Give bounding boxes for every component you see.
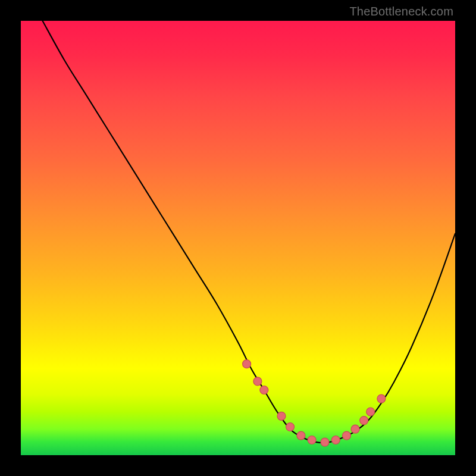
curve-marker <box>377 394 386 403</box>
chart-svg <box>21 21 455 455</box>
curve-marker <box>297 431 305 440</box>
curve-marker <box>253 377 262 386</box>
curve-marker <box>331 436 340 444</box>
plot-area <box>21 21 455 455</box>
bottleneck-curve <box>43 21 456 443</box>
curve-marker <box>351 425 359 433</box>
credit-text: TheBottleneck.com <box>349 5 453 18</box>
curve-markers <box>243 360 386 446</box>
curve-marker <box>243 360 251 368</box>
curve-marker <box>343 431 351 440</box>
curve-marker <box>277 412 286 420</box>
curve-marker <box>308 436 316 444</box>
curve-marker <box>360 416 368 425</box>
chart-stage: TheBottleneck.com <box>0 0 476 476</box>
curve-marker <box>321 438 329 446</box>
curve-marker <box>367 408 375 416</box>
curve-marker <box>286 423 295 431</box>
curve-marker <box>260 386 268 394</box>
